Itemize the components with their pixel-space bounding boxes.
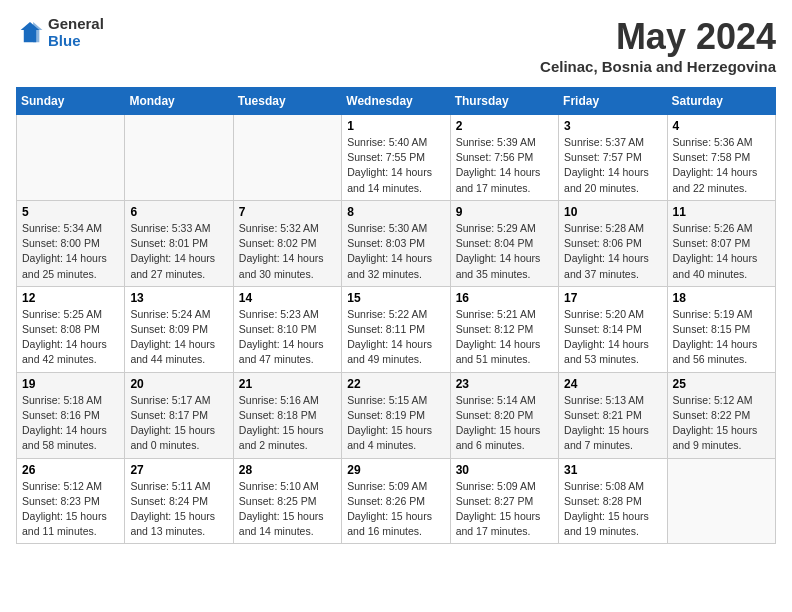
day-info: Sunrise: 5:09 AMSunset: 8:26 PMDaylight:… bbox=[347, 479, 444, 540]
location: Celinac, Bosnia and Herzegovina bbox=[540, 58, 776, 75]
calendar-cell: 2Sunrise: 5:39 AMSunset: 7:56 PMDaylight… bbox=[450, 115, 558, 201]
day-number: 2 bbox=[456, 119, 553, 133]
week-row-3: 12Sunrise: 5:25 AMSunset: 8:08 PMDayligh… bbox=[17, 286, 776, 372]
calendar-cell: 31Sunrise: 5:08 AMSunset: 8:28 PMDayligh… bbox=[559, 458, 667, 544]
calendar-cell: 4Sunrise: 5:36 AMSunset: 7:58 PMDaylight… bbox=[667, 115, 775, 201]
calendar-cell: 26Sunrise: 5:12 AMSunset: 8:23 PMDayligh… bbox=[17, 458, 125, 544]
day-info: Sunrise: 5:10 AMSunset: 8:25 PMDaylight:… bbox=[239, 479, 336, 540]
day-info: Sunrise: 5:21 AMSunset: 8:12 PMDaylight:… bbox=[456, 307, 553, 368]
calendar-cell: 21Sunrise: 5:16 AMSunset: 8:18 PMDayligh… bbox=[233, 372, 341, 458]
day-info: Sunrise: 5:39 AMSunset: 7:56 PMDaylight:… bbox=[456, 135, 553, 196]
header-sunday: Sunday bbox=[17, 88, 125, 115]
day-number: 27 bbox=[130, 463, 227, 477]
day-number: 23 bbox=[456, 377, 553, 391]
week-row-5: 26Sunrise: 5:12 AMSunset: 8:23 PMDayligh… bbox=[17, 458, 776, 544]
day-info: Sunrise: 5:11 AMSunset: 8:24 PMDaylight:… bbox=[130, 479, 227, 540]
calendar-cell bbox=[233, 115, 341, 201]
title-block: May 2024 Celinac, Bosnia and Herzegovina bbox=[540, 16, 776, 75]
day-number: 21 bbox=[239, 377, 336, 391]
calendar-cell: 14Sunrise: 5:23 AMSunset: 8:10 PMDayligh… bbox=[233, 286, 341, 372]
day-number: 3 bbox=[564, 119, 661, 133]
header-saturday: Saturday bbox=[667, 88, 775, 115]
calendar-cell: 15Sunrise: 5:22 AMSunset: 8:11 PMDayligh… bbox=[342, 286, 450, 372]
day-number: 7 bbox=[239, 205, 336, 219]
logo-icon bbox=[16, 19, 44, 47]
day-info: Sunrise: 5:24 AMSunset: 8:09 PMDaylight:… bbox=[130, 307, 227, 368]
calendar-cell: 25Sunrise: 5:12 AMSunset: 8:22 PMDayligh… bbox=[667, 372, 775, 458]
day-info: Sunrise: 5:12 AMSunset: 8:23 PMDaylight:… bbox=[22, 479, 119, 540]
calendar-cell: 6Sunrise: 5:33 AMSunset: 8:01 PMDaylight… bbox=[125, 200, 233, 286]
day-number: 12 bbox=[22, 291, 119, 305]
day-info: Sunrise: 5:23 AMSunset: 8:10 PMDaylight:… bbox=[239, 307, 336, 368]
day-info: Sunrise: 5:26 AMSunset: 8:07 PMDaylight:… bbox=[673, 221, 770, 282]
day-number: 19 bbox=[22, 377, 119, 391]
calendar-cell: 7Sunrise: 5:32 AMSunset: 8:02 PMDaylight… bbox=[233, 200, 341, 286]
calendar-table: SundayMondayTuesdayWednesdayThursdayFrid… bbox=[16, 87, 776, 544]
calendar-cell: 19Sunrise: 5:18 AMSunset: 8:16 PMDayligh… bbox=[17, 372, 125, 458]
header-friday: Friday bbox=[559, 88, 667, 115]
day-info: Sunrise: 5:29 AMSunset: 8:04 PMDaylight:… bbox=[456, 221, 553, 282]
day-info: Sunrise: 5:15 AMSunset: 8:19 PMDaylight:… bbox=[347, 393, 444, 454]
logo-blue: Blue bbox=[48, 33, 104, 50]
calendar-cell: 29Sunrise: 5:09 AMSunset: 8:26 PMDayligh… bbox=[342, 458, 450, 544]
day-number: 28 bbox=[239, 463, 336, 477]
day-number: 15 bbox=[347, 291, 444, 305]
calendar-cell: 11Sunrise: 5:26 AMSunset: 8:07 PMDayligh… bbox=[667, 200, 775, 286]
calendar-cell: 12Sunrise: 5:25 AMSunset: 8:08 PMDayligh… bbox=[17, 286, 125, 372]
day-info: Sunrise: 5:18 AMSunset: 8:16 PMDaylight:… bbox=[22, 393, 119, 454]
calendar-cell: 3Sunrise: 5:37 AMSunset: 7:57 PMDaylight… bbox=[559, 115, 667, 201]
day-number: 31 bbox=[564, 463, 661, 477]
day-number: 13 bbox=[130, 291, 227, 305]
header-row: SundayMondayTuesdayWednesdayThursdayFrid… bbox=[17, 88, 776, 115]
day-info: Sunrise: 5:40 AMSunset: 7:55 PMDaylight:… bbox=[347, 135, 444, 196]
calendar-cell bbox=[17, 115, 125, 201]
day-info: Sunrise: 5:36 AMSunset: 7:58 PMDaylight:… bbox=[673, 135, 770, 196]
day-info: Sunrise: 5:19 AMSunset: 8:15 PMDaylight:… bbox=[673, 307, 770, 368]
day-info: Sunrise: 5:09 AMSunset: 8:27 PMDaylight:… bbox=[456, 479, 553, 540]
header-thursday: Thursday bbox=[450, 88, 558, 115]
calendar-cell: 23Sunrise: 5:14 AMSunset: 8:20 PMDayligh… bbox=[450, 372, 558, 458]
calendar-cell: 16Sunrise: 5:21 AMSunset: 8:12 PMDayligh… bbox=[450, 286, 558, 372]
day-info: Sunrise: 5:20 AMSunset: 8:14 PMDaylight:… bbox=[564, 307, 661, 368]
calendar-cell bbox=[667, 458, 775, 544]
calendar-cell: 22Sunrise: 5:15 AMSunset: 8:19 PMDayligh… bbox=[342, 372, 450, 458]
day-number: 5 bbox=[22, 205, 119, 219]
day-info: Sunrise: 5:37 AMSunset: 7:57 PMDaylight:… bbox=[564, 135, 661, 196]
day-number: 11 bbox=[673, 205, 770, 219]
day-info: Sunrise: 5:17 AMSunset: 8:17 PMDaylight:… bbox=[130, 393, 227, 454]
calendar-cell: 9Sunrise: 5:29 AMSunset: 8:04 PMDaylight… bbox=[450, 200, 558, 286]
svg-marker-1 bbox=[33, 22, 42, 42]
logo-text: General Blue bbox=[48, 16, 104, 49]
day-number: 25 bbox=[673, 377, 770, 391]
logo: General Blue bbox=[16, 16, 104, 49]
calendar-cell: 10Sunrise: 5:28 AMSunset: 8:06 PMDayligh… bbox=[559, 200, 667, 286]
day-number: 30 bbox=[456, 463, 553, 477]
header-wednesday: Wednesday bbox=[342, 88, 450, 115]
calendar-cell: 24Sunrise: 5:13 AMSunset: 8:21 PMDayligh… bbox=[559, 372, 667, 458]
calendar-cell: 5Sunrise: 5:34 AMSunset: 8:00 PMDaylight… bbox=[17, 200, 125, 286]
page-header: General Blue May 2024 Celinac, Bosnia an… bbox=[16, 16, 776, 75]
calendar-cell: 20Sunrise: 5:17 AMSunset: 8:17 PMDayligh… bbox=[125, 372, 233, 458]
day-number: 18 bbox=[673, 291, 770, 305]
day-info: Sunrise: 5:22 AMSunset: 8:11 PMDaylight:… bbox=[347, 307, 444, 368]
day-info: Sunrise: 5:25 AMSunset: 8:08 PMDaylight:… bbox=[22, 307, 119, 368]
day-number: 29 bbox=[347, 463, 444, 477]
day-number: 14 bbox=[239, 291, 336, 305]
calendar-cell: 8Sunrise: 5:30 AMSunset: 8:03 PMDaylight… bbox=[342, 200, 450, 286]
day-info: Sunrise: 5:34 AMSunset: 8:00 PMDaylight:… bbox=[22, 221, 119, 282]
header-monday: Monday bbox=[125, 88, 233, 115]
week-row-2: 5Sunrise: 5:34 AMSunset: 8:00 PMDaylight… bbox=[17, 200, 776, 286]
day-info: Sunrise: 5:14 AMSunset: 8:20 PMDaylight:… bbox=[456, 393, 553, 454]
month-title: May 2024 bbox=[540, 16, 776, 58]
calendar-cell bbox=[125, 115, 233, 201]
day-number: 16 bbox=[456, 291, 553, 305]
day-number: 17 bbox=[564, 291, 661, 305]
calendar-cell: 17Sunrise: 5:20 AMSunset: 8:14 PMDayligh… bbox=[559, 286, 667, 372]
day-info: Sunrise: 5:30 AMSunset: 8:03 PMDaylight:… bbox=[347, 221, 444, 282]
day-number: 9 bbox=[456, 205, 553, 219]
day-number: 1 bbox=[347, 119, 444, 133]
logo-general: General bbox=[48, 16, 104, 33]
day-info: Sunrise: 5:16 AMSunset: 8:18 PMDaylight:… bbox=[239, 393, 336, 454]
calendar-cell: 28Sunrise: 5:10 AMSunset: 8:25 PMDayligh… bbox=[233, 458, 341, 544]
calendar-cell: 27Sunrise: 5:11 AMSunset: 8:24 PMDayligh… bbox=[125, 458, 233, 544]
